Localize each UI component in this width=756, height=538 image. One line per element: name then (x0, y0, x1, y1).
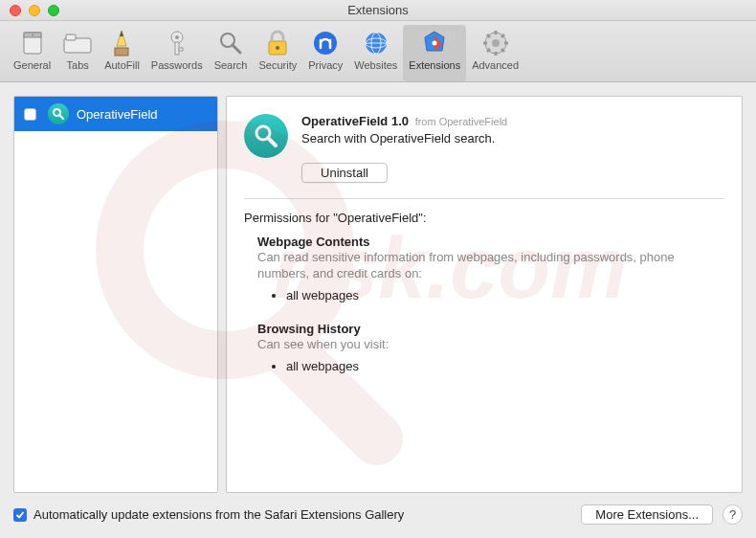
general-icon (17, 28, 48, 58)
advanced-icon (480, 28, 511, 58)
extension-detail: OperativeField 1.0 from OperativeField S… (226, 96, 743, 493)
auto-update-label: Automatically update extensions from the… (33, 507, 404, 522)
svg-point-23 (433, 41, 437, 46)
permission-description: Can read sensitive information from webp… (257, 250, 705, 282)
extensions-icon (419, 28, 450, 58)
tab-tabs[interactable]: Tabs (56, 25, 99, 81)
permission-webpage-contents: Webpage Contents Can read sensitive info… (257, 235, 724, 308)
extension-row[interactable]: OperativeField (14, 97, 217, 131)
svg-point-33 (492, 39, 500, 47)
permission-browsing-history: Browsing History Can see when you visit:… (257, 322, 724, 379)
extension-description: Search with OperativeField search. (301, 131, 507, 146)
websites-icon (361, 28, 391, 58)
extension-icon (48, 103, 69, 124)
svg-line-37 (268, 138, 276, 146)
permission-heading: Webpage Contents (257, 235, 724, 249)
security-icon (262, 28, 293, 58)
svg-rect-10 (175, 42, 179, 55)
svg-line-35 (59, 115, 63, 119)
tab-websites[interactable]: Websites (348, 25, 403, 81)
passwords-icon (162, 28, 192, 58)
minimize-button[interactable] (29, 5, 40, 16)
tab-general[interactable]: General (8, 25, 56, 81)
permission-heading: Browsing History (257, 322, 724, 336)
extensions-sidebar: OperativeField (13, 96, 218, 493)
tab-autofill[interactable]: AutoFill (99, 25, 145, 81)
tab-advanced[interactable]: Advanced (466, 25, 524, 81)
extension-title: OperativeField 1.0 from OperativeField (301, 114, 507, 128)
svg-line-29 (487, 34, 490, 37)
maximize-button[interactable] (48, 5, 59, 16)
extension-name: OperativeField (77, 107, 158, 122)
window-title: Extensions (347, 3, 409, 17)
svg-point-2 (32, 34, 33, 36)
svg-line-32 (501, 34, 504, 37)
permission-item: all webpages (286, 359, 724, 373)
tab-privacy[interactable]: Privacy (302, 25, 348, 81)
tab-passwords[interactable]: Passwords (145, 25, 209, 81)
svg-line-30 (501, 49, 504, 52)
svg-line-31 (487, 49, 490, 52)
titlebar: Extensions (0, 0, 756, 21)
svg-rect-4 (66, 34, 76, 40)
footer: Automatically update extensions from the… (13, 504, 743, 525)
search-icon (215, 28, 246, 58)
tab-security[interactable]: Security (253, 25, 302, 81)
tabs-icon (62, 28, 93, 58)
privacy-icon (310, 28, 341, 58)
tab-search[interactable]: Search (209, 25, 254, 81)
help-button[interactable]: ? (723, 504, 743, 525)
tab-extensions[interactable]: Extensions (403, 25, 466, 81)
permission-description: Can see when you visit: (257, 337, 705, 353)
svg-rect-5 (115, 48, 128, 56)
permissions-heading: Permissions for "OperativeField": (244, 211, 724, 225)
svg-line-13 (233, 45, 240, 53)
preferences-toolbar: General Tabs AutoFill Passwords Search S… (0, 21, 756, 82)
more-extensions-button[interactable]: More Extensions... (581, 504, 713, 525)
autofill-icon (106, 28, 137, 58)
svg-point-16 (314, 32, 337, 55)
divider (244, 198, 724, 199)
close-button[interactable] (10, 5, 21, 16)
permission-item: all webpages (286, 288, 724, 303)
svg-rect-11 (179, 48, 183, 51)
auto-update-checkbox[interactable] (13, 508, 27, 522)
extension-author: from OperativeField (415, 116, 508, 127)
svg-point-9 (175, 35, 179, 39)
svg-point-15 (276, 46, 279, 50)
uninstall-button[interactable]: Uninstall (301, 163, 388, 183)
extension-large-icon (244, 114, 288, 158)
extension-enable-checkbox[interactable] (24, 108, 36, 121)
traffic-lights (10, 5, 59, 16)
content-area: OperativeField OperativeField 1.0 from O… (0, 82, 756, 538)
extension-title-text: OperativeField 1.0 (301, 114, 409, 128)
